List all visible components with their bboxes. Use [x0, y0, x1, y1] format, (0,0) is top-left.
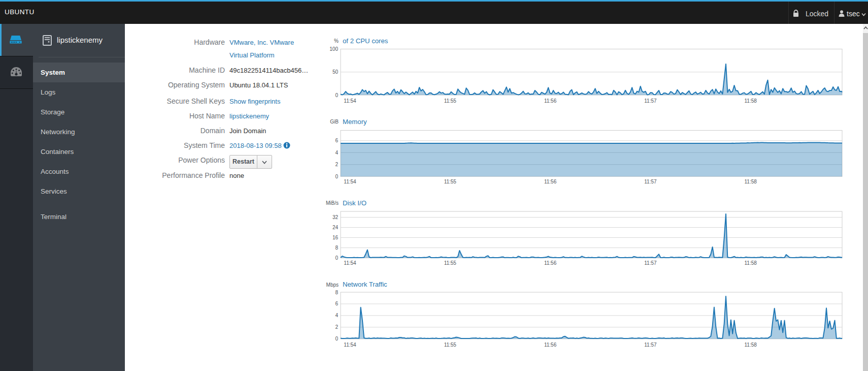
svg-text:32: 32: [332, 214, 339, 220]
svg-text:0: 0: [335, 336, 338, 342]
svg-text:11:57: 11:57: [644, 179, 657, 184]
svg-text:16: 16: [332, 235, 339, 240]
svg-text:0: 0: [335, 92, 338, 98]
svg-text:50: 50: [332, 69, 339, 75]
svg-text:11:55: 11:55: [444, 260, 457, 266]
svg-text:6: 6: [335, 138, 338, 143]
svg-text:0: 0: [335, 174, 338, 179]
svg-text:8: 8: [335, 245, 338, 251]
svg-text:11:57: 11:57: [644, 342, 657, 348]
svg-text:100: 100: [329, 46, 338, 52]
svg-text:Memory: Memory: [343, 118, 367, 126]
svg-text:24: 24: [332, 225, 339, 230]
svg-text:2: 2: [335, 162, 338, 167]
svg-text:2: 2: [335, 324, 338, 330]
svg-text:11:54: 11:54: [344, 98, 356, 104]
svg-text:11:57: 11:57: [644, 260, 657, 266]
svg-text:MiB/s: MiB/s: [326, 200, 339, 206]
svg-text:0: 0: [335, 255, 338, 261]
svg-text:Mbps: Mbps: [326, 282, 339, 288]
svg-text:11:55: 11:55: [444, 98, 457, 104]
svg-text:Network Traffic: Network Traffic: [343, 281, 387, 288]
svg-text:6: 6: [335, 301, 338, 306]
svg-text:11:58: 11:58: [745, 342, 757, 348]
svg-text:11:58: 11:58: [745, 260, 757, 266]
svg-text:Disk I/O: Disk I/O: [343, 199, 366, 207]
svg-text:11:54: 11:54: [344, 179, 356, 184]
svg-text:11:56: 11:56: [544, 98, 557, 104]
svg-text:11:57: 11:57: [644, 98, 657, 104]
svg-text:11:54: 11:54: [344, 342, 356, 348]
svg-text:11:55: 11:55: [444, 342, 457, 348]
svg-text:11:56: 11:56: [544, 342, 557, 348]
svg-text:11:56: 11:56: [544, 179, 557, 184]
svg-text:11:55: 11:55: [444, 179, 457, 184]
svg-text:11:56: 11:56: [544, 260, 557, 266]
svg-text:GiB: GiB: [330, 119, 339, 125]
svg-text:4: 4: [335, 313, 338, 318]
svg-text:of 2 CPU cores: of 2 CPU cores: [343, 37, 388, 45]
svg-text:8: 8: [335, 290, 338, 295]
svg-text:4: 4: [335, 150, 338, 156]
svg-text:11:58: 11:58: [745, 98, 757, 104]
svg-text:11:58: 11:58: [745, 179, 757, 184]
svg-text:11:54: 11:54: [344, 260, 356, 266]
svg-text:%: %: [334, 38, 339, 44]
